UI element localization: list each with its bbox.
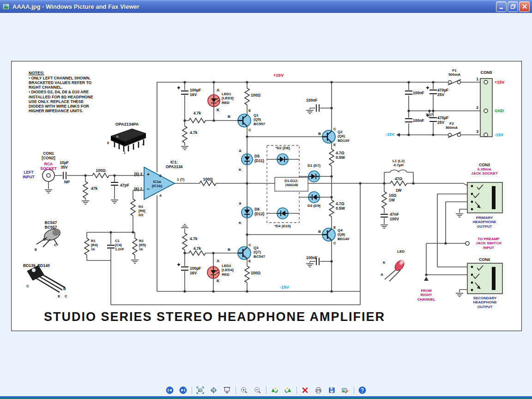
schematic-label-q4-b: B: [318, 230, 321, 234]
schematic-label-bc-e: E: [35, 248, 37, 252]
schematic-label-c47n: 47nF 100V: [390, 212, 399, 221]
close-button[interactable]: [519, 1, 530, 12]
schematic-label-opa-pin8: 8: [107, 141, 109, 145]
schematic-label-con3-sub: 6.35mm JACK SOCKET: [471, 167, 497, 176]
schematic-label-d5-k: K: [239, 168, 242, 172]
restore-button[interactable]: [508, 1, 518, 12]
schematic-label-q2-c: C: [333, 127, 336, 131]
schematic-label-l1: L1 (L2) 4.7µH: [393, 159, 405, 168]
toolbar-button-slideshow[interactable]: [222, 386, 232, 395]
schematic-label-pin62: (6) 2: [134, 187, 142, 191]
schematic-label-bc-b: B: [43, 237, 46, 242]
schematic-label-bc-c: C: [54, 243, 57, 247]
schematic-label-r47-t: 4.7Ω 0.5W: [336, 151, 345, 160]
toolbar-button-zoom-out[interactable]: [253, 386, 263, 395]
image-display-area: NOTES:▪ ONLY LEFT CHANNEL SHOWN. BRACKET…: [11, 61, 522, 331]
schematic-label-notes-body: ▪ ONLY LEFT CHANNEL SHOWN. BRACKETED VAL…: [29, 76, 93, 113]
next-image-icon: [179, 387, 187, 394]
schematic-label-bd-c2: C: [65, 294, 67, 298]
toolbar-button-previous-image[interactable]: [165, 386, 175, 395]
toolbar-separator: [296, 387, 297, 394]
schematic-label-q4-e: E: [333, 225, 336, 230]
titlebar: AAAA.jpg - Windows Picture and Fax Viewe…: [0, 0, 532, 13]
toolbar-button-help[interactable]: [357, 386, 368, 395]
schematic-label-r-47k: 47k: [91, 186, 97, 191]
schematic-label-rca-socket: RCA SOCKET: [40, 162, 56, 171]
close-icon: [521, 3, 528, 10]
schematic-label-q3: Q3 (Q7) BC547: [254, 246, 265, 259]
schematic-label-led-pkg-a: A: [381, 272, 383, 277]
schematic-label-d4: *D4 (D10): [274, 224, 291, 228]
schematic-label-q2: Q2 (Q6) BD139: [338, 130, 349, 143]
toolbar-button-rotate-counterclockwise[interactable]: [283, 386, 293, 395]
schematic-label-secondary: SECONDARY HEADPHONE OUTPUT: [473, 296, 496, 309]
schematic-label-dbox: D1-D12: 1N4148: [284, 179, 298, 187]
schematic-label-cap-in: 10µF 35V: [60, 160, 69, 169]
schematic-label-opa-pin4: 4: [142, 143, 144, 146]
minimize-button[interactable]: [496, 1, 507, 12]
schematic-label-opa-pkg: OPA2134PA: [115, 122, 139, 127]
schematic-label-con5-p2: 2: [476, 105, 478, 110]
rotate-counterclockwise-icon: [284, 387, 292, 394]
schematic-label-con5: CON5: [480, 70, 492, 75]
schematic-label-c100-top: 100µF 16V: [190, 88, 201, 97]
schematic-label-bd139: BD139, BD140: [23, 263, 50, 268]
schematic-label-q3-b: B: [228, 248, 230, 252]
minimize-icon: [498, 3, 505, 10]
schematic-label-bd-c1: C: [26, 284, 29, 288]
schematic-label-bc547: BC547 BC557: [45, 220, 57, 230]
schematic-label-bd-e: E: [58, 294, 60, 298]
best-fit-icon: [196, 387, 204, 394]
schematic-label-r47k-v1: 4.7k: [190, 130, 198, 135]
schematic-label-led1-k: K: [217, 108, 219, 112]
toolbar-button-best-fit[interactable]: [195, 386, 206, 395]
window-title: AAAA.jpg - Windows Picture and Fax Viewe…: [12, 3, 493, 10]
schematic-label-main-title: STUDIO SERIES STEREO HEADPHONE AMPLIFIER: [44, 310, 385, 325]
schematic-label-bd-b: B: [63, 287, 66, 291]
schematic-label-d6-a: A: [239, 201, 242, 206]
edit-icon: [341, 387, 349, 394]
schematic-label-r100-q3: 100Ω: [251, 271, 260, 275]
toolbar-separator: [236, 387, 236, 394]
schematic-label-led-pkg-k: K: [383, 260, 386, 265]
toolbar-separator: [354, 387, 354, 394]
actual-size-icon: [210, 387, 218, 394]
schematic-label-c100n-tr: 100nF: [306, 98, 318, 103]
schematic-label-q4: Q4 (Q8) BD140: [338, 228, 349, 241]
toolbar-button-actual-size[interactable]: [209, 386, 219, 395]
schematic-label-np: NP: [64, 180, 70, 184]
schematic-label-con5-p3: 3: [476, 129, 478, 134]
schematic-label-q1-e: E: [248, 109, 251, 113]
schematic-label-pin4: 4: [159, 193, 161, 198]
schematic-label-primary: PRIMARY HEADPHONE OUTPUT: [472, 216, 496, 229]
schematic-label-c470-1: 470µF 25V: [437, 88, 448, 97]
toolbar-button-rotate-clockwise[interactable]: [270, 386, 280, 395]
toolbar-button-delete[interactable]: [300, 386, 310, 395]
schematic-label-c-47pf: 47pF: [120, 183, 129, 187]
schematic-label-con4: CON4: [479, 257, 490, 262]
schematic-label-led-pkg: LED: [397, 249, 405, 254]
zoom-out-icon: [254, 387, 261, 394]
schematic-label-c470-2: 470µF 25V: [437, 115, 448, 125]
toolbar-button-print[interactable]: [314, 386, 324, 395]
slideshow-icon: [223, 387, 231, 394]
picture-viewer-icon: [2, 3, 10, 10]
schematic-label-pin8: 8: [159, 174, 161, 178]
schematic-label-q1: Q1 (Q5) BC557: [254, 113, 265, 126]
schematic-label-d5-a: A: [239, 149, 242, 153]
save-icon: [328, 387, 336, 394]
schematic-label-q1-b: B: [228, 115, 230, 119]
toolbar-button-zoom-in[interactable]: [239, 386, 249, 395]
schematic-label-ic1a: IC1a (IC1b): [152, 180, 163, 188]
schematic-label-opa-pin1: 1: [124, 151, 126, 155]
schematic-label-q2-e: E: [333, 143, 336, 147]
schematic-label-opamp-plus: +: [147, 171, 150, 177]
schematic-label-d2: *D2 [D8]: [275, 146, 290, 150]
toolbar-button-next-image[interactable]: [178, 386, 188, 395]
toolbar-button-save[interactable]: [327, 386, 337, 395]
schematic-label-con5-v3: -15V: [495, 133, 503, 138]
restore-icon: [509, 3, 517, 10]
rotate-clockwise-icon: [271, 387, 278, 394]
schematic-label-led2-a: A: [217, 259, 219, 263]
toolbar-button-edit[interactable]: [340, 386, 351, 395]
